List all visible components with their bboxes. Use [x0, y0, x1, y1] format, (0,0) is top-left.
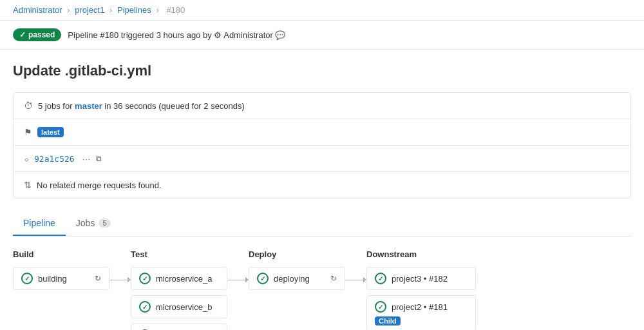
breadcrumb-project1[interactable]: project1	[75, 5, 104, 15]
downstream-project2-top: ✓ project2 • #181	[375, 301, 468, 313]
page-title: Update .gitlab-ci.yml	[13, 63, 631, 79]
stage-downstream: Downstream ✓ project3 • #182 ✓ project2 …	[366, 249, 476, 330]
trigger-icon: ⚙	[214, 30, 223, 40]
tab-jobs[interactable]: Jobs 5	[66, 211, 121, 236]
commit-hash-link[interactable]: 92a1c526	[34, 154, 75, 164]
pipeline-header: passed Pipeline #180 triggered 3 hours a…	[0, 21, 644, 50]
flag-icon: ⚑	[24, 127, 32, 137]
status-icon-microservice-a: ✓	[139, 273, 151, 284]
breadcrumb-current: #180	[166, 5, 185, 15]
pipeline-message: Pipeline #180 triggered 3 hours ago by ⚙…	[68, 30, 285, 40]
job-name-building: building	[38, 274, 90, 284]
stage-test-jobs: ✓ microservice_a ✓ microservice_b ✓ test…	[131, 267, 227, 330]
downstream-cards: ✓ project3 • #182 ✓ project2 • #181 Chil…	[366, 267, 476, 330]
user-link[interactable]: Administrator	[223, 30, 273, 40]
status-icon-project3: ✓	[375, 273, 386, 284]
jobs-summary-text: 5 jobs for master in 36 seconds (queued …	[38, 101, 245, 111]
job-building[interactable]: ✓ building ↻	[13, 267, 109, 290]
connector-deploy-downstream	[345, 267, 366, 292]
breadcrumb: Administrator › project1 › Pipelines › #…	[0, 0, 644, 21]
tab-pipeline[interactable]: Pipeline	[13, 211, 66, 236]
breadcrumb-admin[interactable]: Administrator	[13, 5, 62, 15]
downstream-project2[interactable]: ✓ project2 • #181 Child	[366, 295, 476, 330]
downstream-project2-name: project2 • #181	[392, 302, 448, 312]
commit-dots-button[interactable]: ···	[82, 154, 91, 164]
stage-deploy: Deploy ✓ deploying ↻	[249, 249, 345, 290]
job-microservice-b[interactable]: ✓ microservice_b	[131, 295, 227, 318]
job-name-deploying: deploying	[274, 274, 325, 284]
stage-deploy-jobs: ✓ deploying ↻	[249, 267, 345, 290]
pipeline-graph: Build ✓ building ↻ Test ✓ microservice_a	[13, 249, 631, 330]
latest-badge: latest	[37, 127, 64, 137]
downstream-project2-badges: Child	[375, 315, 468, 325]
downstream-project3-name: project3 • #182	[392, 274, 448, 284]
chat-icon: 💬	[275, 30, 285, 40]
jobs-summary-row: ⏱ 5 jobs for master in 36 seconds (queue…	[14, 93, 630, 119]
merge-request-row: ⇅ No related merge requests found.	[14, 172, 630, 198]
stage-build: Build ✓ building ↻	[13, 249, 109, 290]
stage-downstream-title: Downstream	[366, 249, 417, 267]
retry-deploying-button[interactable]: ↻	[330, 274, 337, 283]
status-icon-deploying: ✓	[257, 273, 269, 284]
tag-row: ⚑ latest	[14, 119, 630, 146]
downstream-project3-top: ✓ project3 • #182	[375, 273, 468, 284]
stage-build-jobs: ✓ building ↻	[13, 267, 109, 290]
commit-icon: ⬦	[24, 153, 29, 164]
status-icon-building: ✓	[21, 273, 33, 284]
job-testing[interactable]: ✓ testing ↻	[131, 324, 227, 330]
info-box: ⏱ 5 jobs for master in 36 seconds (queue…	[13, 92, 631, 199]
job-deploying[interactable]: ✓ deploying ↻	[249, 267, 345, 290]
commit-actions: ··· ⧉	[82, 154, 102, 164]
branch-link[interactable]: master	[75, 101, 104, 111]
job-name-microservice-a: microservice_a	[156, 274, 219, 284]
stage-build-title: Build	[13, 249, 34, 267]
child-badge: Child	[375, 316, 401, 325]
job-microservice-a[interactable]: ✓ microservice_a	[131, 267, 227, 290]
connector-test-deploy	[227, 267, 249, 292]
stage-test: Test ✓ microservice_a ✓ microservice_b ✓…	[131, 249, 227, 330]
commit-row: ⬦ 92a1c526 ··· ⧉	[14, 146, 630, 172]
status-icon-project2: ✓	[375, 301, 386, 313]
downstream-project3[interactable]: ✓ project3 • #182	[366, 267, 476, 290]
retry-building-button[interactable]: ↻	[95, 274, 101, 283]
job-name-microservice-b: microservice_b	[156, 302, 219, 312]
merge-icon: ⇅	[24, 180, 32, 190]
passed-badge: passed	[13, 28, 61, 41]
connector-build-test	[109, 267, 131, 292]
clock-icon: ⏱	[24, 101, 33, 111]
stage-deploy-title: Deploy	[249, 249, 276, 267]
page-content: Update .gitlab-ci.yml ⏱ 5 jobs for maste…	[0, 50, 644, 330]
breadcrumb-pipelines[interactable]: Pipelines	[117, 5, 151, 15]
no-merge-text: No related merge requests found.	[37, 180, 162, 190]
jobs-count-badge: 5	[99, 218, 110, 228]
stage-test-title: Test	[131, 249, 147, 267]
copy-hash-button[interactable]: ⧉	[96, 154, 102, 163]
status-icon-microservice-b: ✓	[139, 301, 151, 313]
tabs: Pipeline Jobs 5	[13, 211, 631, 237]
